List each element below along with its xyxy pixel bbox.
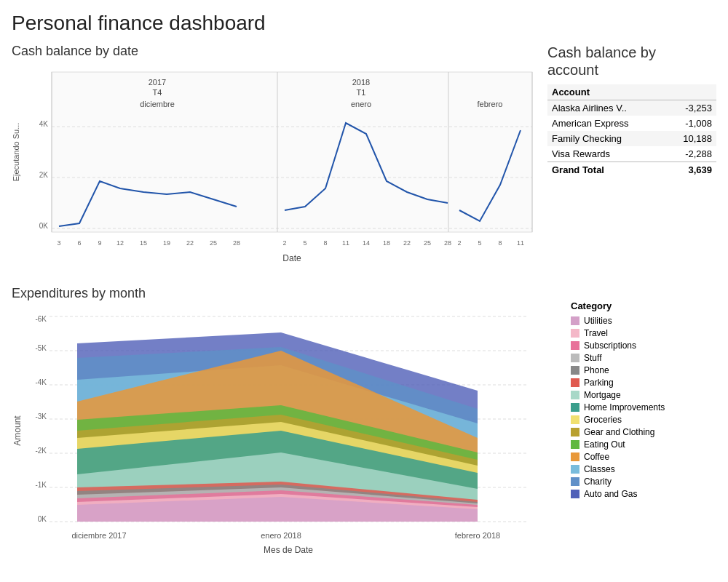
svg-text:febrero 2018: febrero 2018 (455, 531, 500, 540)
legend-item: Classes (571, 464, 716, 474)
line-chart: Ejecutando Su... 0K 2K 4K 2017 T4 diciem… (12, 65, 536, 268)
legend-label: Phone (584, 365, 609, 375)
legend-label: Coffee (584, 452, 609, 462)
total-value: 3,639 (665, 162, 716, 178)
legend-color-swatch (571, 341, 579, 350)
legend-color-swatch (571, 403, 579, 412)
legend-item: Groceries (571, 415, 716, 425)
svg-text:-5K: -5K (35, 344, 47, 352)
svg-text:-4K: -4K (35, 378, 47, 386)
legend-label: Eating Out (584, 439, 625, 450)
bar-chart-area: Expenditures by month Amount 0K -1K -2K … (12, 286, 559, 557)
legend-item: Stuff (571, 353, 716, 363)
legend-color-swatch (571, 378, 579, 387)
svg-text:11: 11 (517, 239, 524, 247)
svg-text:12: 12 (116, 239, 124, 247)
table-row: Alaska Airlines V..-3,253 (547, 100, 716, 116)
table-row: American Express-1,008 (547, 116, 716, 131)
account-value: -1,008 (665, 116, 716, 131)
svg-text:6: 6 (77, 239, 81, 247)
svg-text:4K: 4K (39, 120, 49, 128)
svg-text:9: 9 (98, 239, 101, 247)
balance-table-title: Cash balance byaccount (547, 44, 716, 79)
legend-color-swatch (571, 453, 579, 461)
legend-color-swatch (571, 329, 579, 338)
account-value: -3,253 (665, 100, 716, 116)
svg-text:2K: 2K (39, 171, 49, 179)
svg-text:3: 3 (57, 239, 60, 247)
svg-text:-6K: -6K (35, 315, 47, 323)
legend-label: Gear and Clothing (584, 427, 654, 437)
svg-text:2: 2 (457, 239, 461, 247)
svg-text:15: 15 (140, 239, 147, 247)
legend-color-swatch (571, 391, 579, 399)
legend-color-swatch (571, 490, 579, 498)
legend-color-swatch (571, 415, 579, 424)
legend-color-swatch (571, 354, 579, 362)
svg-text:11: 11 (342, 239, 349, 247)
legend-item: Mortgage (571, 390, 716, 400)
legend-label: Auto and Gas (584, 489, 637, 499)
legend-color-swatch (571, 428, 579, 436)
svg-text:18: 18 (383, 239, 390, 247)
account-col-header: Account (547, 84, 665, 100)
legend-item: Gear and Clothing (571, 427, 716, 437)
svg-text:Date: Date (282, 253, 301, 263)
account-value: 10,188 (665, 131, 716, 146)
legend-label: Travel (584, 328, 608, 338)
legend-item: Parking (571, 378, 716, 388)
legend-color-swatch (571, 465, 579, 474)
svg-text:Amount: Amount (12, 415, 23, 446)
svg-text:8: 8 (498, 239, 502, 247)
legend-item: Subscriptions (571, 340, 716, 351)
svg-text:diciembre: diciembre (140, 100, 175, 108)
legend-label: Home Improvements (584, 402, 665, 412)
legend-label: Parking (584, 378, 614, 388)
table-row: Family Checking10,188 (547, 131, 716, 146)
total-label: Grand Total (547, 162, 665, 178)
legend-color-swatch (571, 366, 579, 375)
svg-text:enero 2018: enero 2018 (261, 531, 301, 540)
svg-text:25: 25 (424, 239, 431, 247)
legend-color-swatch (571, 477, 579, 486)
svg-text:28: 28 (444, 239, 451, 247)
legend-item: Home Improvements (571, 402, 716, 412)
account-name: Family Checking (547, 131, 665, 146)
svg-text:2017: 2017 (149, 78, 166, 87)
legend-label: Charity (584, 477, 612, 487)
legend-color-swatch (571, 440, 579, 449)
bar-chart-title: Expenditures by month (12, 286, 559, 301)
svg-text:19: 19 (163, 239, 170, 247)
svg-text:8: 8 (323, 239, 327, 247)
legend-label: Stuff (584, 353, 601, 363)
legend-item: Utilities (571, 316, 716, 326)
legend-area: Category UtilitiesTravelSubscriptionsStu… (571, 286, 716, 557)
svg-text:25: 25 (210, 239, 217, 247)
svg-rect-0 (52, 72, 532, 232)
account-name: American Express (547, 116, 665, 131)
legend-item: Eating Out (571, 439, 716, 450)
svg-text:5: 5 (478, 239, 481, 247)
svg-text:0K: 0K (38, 515, 47, 523)
account-name: Visa Rewards (547, 146, 665, 162)
legend-label: Groceries (584, 415, 622, 425)
svg-text:febrero: febrero (478, 100, 503, 108)
legend-items: UtilitiesTravelSubscriptionsStuffPhonePa… (571, 316, 716, 499)
svg-text:5: 5 (303, 239, 306, 247)
value-col-header (665, 84, 716, 100)
svg-text:2: 2 (282, 239, 286, 247)
svg-text:22: 22 (403, 239, 411, 247)
bar-chart: Amount 0K -1K -2K -3K -4K -5K -6K (12, 307, 543, 554)
svg-text:T4: T4 (153, 88, 162, 97)
legend-item: Phone (571, 365, 716, 375)
svg-text:T1: T1 (357, 88, 366, 97)
balance-table-area: Cash balance byaccount Account Alaska Ai… (547, 44, 716, 271)
svg-text:Ejecutando Su...: Ejecutando Su... (12, 123, 20, 182)
svg-text:Mes de Date: Mes de Date (264, 545, 313, 554)
legend-label: Mortgage (584, 390, 621, 400)
svg-text:0K: 0K (39, 222, 49, 230)
legend-item: Travel (571, 328, 716, 338)
svg-text:-3K: -3K (35, 412, 47, 420)
legend-color-swatch (571, 316, 579, 325)
svg-text:enero: enero (351, 100, 371, 108)
